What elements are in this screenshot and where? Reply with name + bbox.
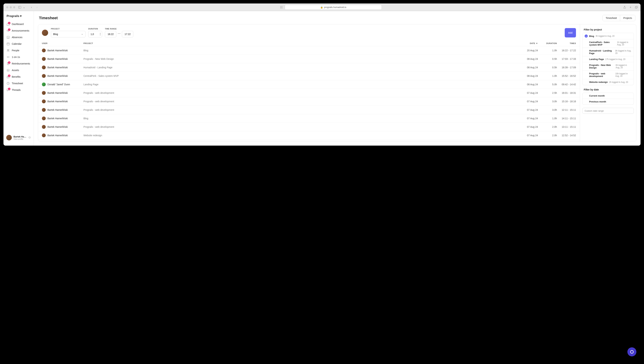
avatar [6,135,12,140]
sidebar-item-1-on-1s[interactable]: 1-on-1s [4,54,34,60]
cell-duration: 3.0h [538,100,557,103]
nav-label: People [12,49,20,52]
timerange-label: TIME RANGE [105,28,133,30]
table-row[interactable]: Bartek Hamerliński Prograils - web devel… [38,123,580,131]
th-date[interactable]: DATE ▼ [519,42,538,44]
step-up-icon[interactable]: ▲ [100,33,101,34]
sidebar-item-people[interactable]: People [4,47,34,54]
cell-times: 15:16 - 18:16 [557,100,576,103]
table-row[interactable]: Bartek Hamerliński Prograils - web devel… [38,106,580,114]
cell-user: Bartek Hamerliński [42,99,84,103]
filter-meta: 0h logged in Aug, 20 [616,64,632,69]
filter-meta: 1h logged in Aug, 20 [617,41,632,46]
cell-date: 07 Aug 24 [519,100,538,103]
maximize-window-icon[interactable] [13,6,15,8]
cell-duration: 0.5h [538,66,557,69]
sidebar-item-threads[interactable]: 1Threads [4,87,34,93]
time-from-input[interactable]: 16:22 [105,31,116,38]
table-row[interactable]: Bartek Hamerliński Prograils - web devel… [38,97,580,106]
chevron-down-icon[interactable]: ⌄ [22,6,25,9]
project-filter-item[interactable]: ☺Blog 3h logged in Aug, 20 [582,33,634,39]
sidebar-item-calendar[interactable]: Calendar [4,41,34,47]
tab-projects[interactable]: Projects [620,15,635,21]
cell-duration: 1.0h [538,117,557,120]
page-title: Timesheet [39,16,58,20]
table-row[interactable]: Jakub Drewniak Landing Page 07 Aug 24 1.… [38,140,580,141]
table-row[interactable]: Bartek Hamerliński Blog 20 Aug 24 1.0h 1… [38,46,580,55]
url-text: prograils.humadroid.io [324,6,346,9]
project-filter-item[interactable]: Humadroid - Landing Page 0h logged in Au… [582,48,634,56]
table-row[interactable]: Donald "Jared" Dunn Landing Page 08 Aug … [38,80,580,89]
sidebar-footer[interactable]: Bartek Hamerli View profile [4,133,34,142]
titlebar: ⌄ ‹ › 🔒 prograils.humadroid.io + [4,4,640,11]
table-row[interactable]: Bartek Hamerliński Blog 07 Aug 24 1.0h 1… [38,114,580,123]
nav-label: 1-on-1s [12,56,20,58]
filter-project-title: Filter by project [582,28,634,33]
cell-user: Bartek Hamerliński [42,108,84,112]
table-row[interactable]: Bartek Hamerliński Prograils - web devel… [38,89,580,97]
brand[interactable]: Prograils ▾ [4,14,34,21]
project-select[interactable]: Blog [51,31,86,38]
table-row[interactable]: Bartek Hamerliński Website redesign 07 A… [38,131,580,140]
project-filter-item[interactable]: Prograils - web development 10h logged i… [582,71,634,79]
calendar-icon [6,42,10,45]
cell-date: 07 Aug 24 [519,108,538,111]
project-filter-item[interactable]: Prograils - New Web Design 0h logged in … [582,62,634,71]
view-profile-link[interactable]: View profile [14,138,27,140]
cell-project: CentralPerk - Sales system MVP [84,75,519,77]
cell-user: Bartek Hamerliński [42,125,84,129]
sidebar-item-benefits[interactable]: 2Benefits [4,74,34,80]
cell-times: 16:39 - 17:09 [557,66,576,69]
project-filter-item[interactable]: CentralPerk - Sales system MVP 1h logged… [582,39,634,48]
sidebar-item-absences[interactable]: Absences [4,34,34,40]
dash: — [118,32,120,36]
power-icon[interactable] [28,136,31,139]
svg-point-7 [282,7,282,7]
url-bar[interactable]: 🔒 prograils.humadroid.io [285,5,382,10]
grid-icon[interactable] [280,6,283,9]
minimize-window-icon[interactable] [10,6,12,8]
cell-user: Bartek Hamerliński [42,91,84,95]
svg-point-19 [8,57,9,57]
svg-rect-14 [7,43,9,45]
receipt-icon: 2 [6,62,10,65]
cell-project: Prograils - web development [84,108,519,111]
tab-timesheet[interactable]: Timesheet [602,15,620,21]
date-filter-item[interactable]: Previous month [582,99,634,105]
sidebar-item-announcements[interactable]: 1Announcements [4,28,34,34]
sidebar-item-dashboard[interactable]: 2Dashboard [4,21,34,27]
tabs-icon[interactable] [635,6,638,9]
sidebar-toggle-icon[interactable] [18,6,21,9]
svg-point-5 [280,7,280,7]
sidebar-item-reimbursements[interactable]: 2Reimbursements [4,61,34,67]
duration-stepper[interactable]: 1,0 ▲▼ [88,31,102,38]
sidebar-item-timesheet[interactable]: Timesheet [4,80,34,86]
close-window-icon[interactable] [6,6,8,8]
back-icon[interactable]: ‹ [30,6,33,9]
sidebar-item-assets[interactable]: Assets [4,67,34,73]
cell-user: Bartek Hamerliński [42,66,84,69]
date-filter-item[interactable]: Current month [582,93,634,99]
table-row[interactable]: Bartek Hamerliński Humadroid - Landing P… [38,63,580,72]
time-to-input[interactable]: 17:22 [122,31,133,38]
nav-label: Dashboard [12,23,24,26]
add-button[interactable]: Add [565,28,576,38]
cell-date: 20 Aug 24 [519,49,538,52]
cell-date: 08 Aug 24 [519,66,538,69]
share-icon[interactable] [623,6,626,9]
cell-duration: 5.0h [538,83,557,86]
table-row[interactable]: Bartek Hamerliński Prograils - New Web D… [38,55,580,63]
step-down-icon[interactable]: ▼ [100,34,101,36]
custom-date-range-input[interactable]: Custom date range [582,108,634,114]
cell-user: Donald "Jared" Dunn [42,83,84,86]
forward-icon[interactable]: › [36,6,38,9]
plus-icon[interactable]: + [629,6,632,9]
avatar [42,133,46,137]
cell-times: 16:22 - 17:22 [557,49,576,52]
project-filter-item[interactable]: Landing Page 17h logged in Aug, 20 [582,56,634,62]
filter-meta: 0h logged in Aug, 20 [615,50,632,54]
app-body: Prograils ▾ 2Dashboard1AnnouncementsAbse… [4,11,640,146]
table-row[interactable]: Bartek Hamerliński CentralPerk - Sales s… [38,72,580,80]
project-filter-item[interactable]: Website redesign 2h logged in Aug, 20 [582,79,634,85]
project-icon: ☺ [584,35,588,38]
